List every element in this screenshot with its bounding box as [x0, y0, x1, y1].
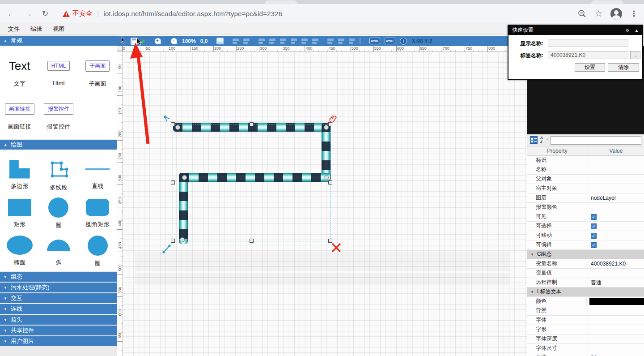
run-arrow-icon[interactable] [142, 39, 145, 43]
clear-button[interactable]: 清除 [608, 63, 639, 72]
pipe-vertex-handle[interactable] [175, 125, 180, 130]
dock-icon[interactable] [625, 28, 630, 33]
checkbox-可编辑[interactable]: ✓ [591, 242, 597, 248]
property-row-远程控制[interactable]: 远程控制普通 [527, 278, 644, 287]
tag-name-input[interactable] [548, 51, 628, 59]
section-header-箭头[interactable]: ▼箭头 [0, 315, 117, 325]
section-header-常规[interactable]: ▲常规 [0, 36, 117, 46]
checkbox-可移动[interactable]: ✓ [591, 233, 597, 239]
menu-item-1[interactable]: 文件 [8, 25, 20, 33]
quick-settings-titlebar[interactable]: 快速设置 ▲ [508, 26, 642, 35]
display-name-input[interactable] [548, 39, 628, 47]
property-label: 颜色 [527, 297, 587, 306]
browser-tab[interactable] [591, 0, 623, 4]
sidebar-item-报警控件[interactable]: 报警控件报警控件 [39, 91, 78, 134]
sidebar-item-子画面[interactable]: 子画面子画面 [78, 48, 117, 91]
bookmark-star-icon[interactable]: ☆ [595, 9, 602, 19]
property-group-L标签文本[interactable]: ▼L标签文本 [527, 287, 644, 297]
pipe-vertex-handle[interactable] [180, 237, 185, 242]
menu-item-3[interactable]: 视图 [53, 25, 64, 33]
property-row-名称[interactable]: 名称 [527, 165, 644, 175]
browser-menu-icon[interactable]: ⋮ [630, 9, 638, 18]
property-row-变量名称[interactable]: 变量名称400038921.K0 [527, 259, 644, 269]
sidebar-item-多边形[interactable]: 多边形 [0, 152, 39, 190]
sort-az-icon[interactable]: AZ↓ [540, 136, 548, 144]
section-label: 交互 [11, 294, 22, 302]
selection-handle[interactable] [171, 180, 175, 184]
sidebar-item-圆角矩形[interactable]: 圆角矩形 [78, 190, 117, 228]
pipe-vertex-handle[interactable] [324, 175, 329, 180]
property-row-标识[interactable]: 标识 [527, 156, 644, 165]
property-row-颜色[interactable]: 颜色 [527, 297, 644, 306]
section-header-污水处理(静态)[interactable]: ▼污水处理(静态) [0, 283, 117, 292]
browser-tab[interactable] [265, 0, 297, 4]
section-header-连线[interactable]: ▼连线 [0, 304, 117, 314]
forward-icon[interactable]: → [22, 9, 34, 19]
property-row-可编辑[interactable]: 可编辑✓ [527, 240, 644, 250]
design-canvas[interactable] [123, 52, 527, 356]
sidebar-item-圆[interactable]: 圆 [78, 228, 117, 266]
categorized-view-icon[interactable] [530, 136, 538, 144]
checkbox-可选择[interactable]: ✓ [591, 223, 597, 229]
info-icon[interactable]: i [400, 38, 407, 45]
property-row-宿主对象[interactable]: 宿主对象 [527, 184, 644, 193]
section-header-交互[interactable]: ▼交互 [0, 293, 117, 303]
property-row-可选择[interactable]: 可选择✓ [527, 222, 644, 231]
property-row-字体[interactable]: 字体 [527, 316, 644, 325]
sidebar-item-多线段[interactable]: 多线段 [39, 152, 78, 190]
sidebar-item-画面链接[interactable]: 画面链接画面链接 [0, 91, 39, 134]
property-row-字体尺寸[interactable]: 字体尺寸 [527, 344, 644, 353]
selection-handle[interactable] [328, 180, 332, 184]
selection-handle[interactable] [250, 122, 254, 126]
set-button[interactable]: 设置 [575, 63, 605, 72]
back-icon[interactable]: ← [5, 9, 17, 19]
property-row-报警颜色[interactable]: 报警颜色 [527, 203, 644, 212]
sidebar-item-文字[interactable]: Text文字 [0, 48, 39, 91]
property-group-C组态[interactable]: ▼C组态 [527, 250, 644, 259]
property-row-父对象[interactable]: 父对象 [527, 175, 644, 184]
item-preview [86, 197, 109, 217]
color-swatch[interactable] [589, 298, 644, 305]
property-filter-field[interactable] [551, 136, 641, 145]
canvas-icon[interactable] [216, 38, 224, 44]
property-row-可见[interactable]: 可见✓ [527, 212, 644, 222]
selection-handle[interactable] [250, 239, 254, 243]
section-header-组态[interactable]: ▼组态 [0, 272, 117, 282]
property-row-字形[interactable]: 字形 [527, 325, 644, 335]
property-label: 字体 [527, 316, 588, 325]
selection-handle[interactable] [328, 239, 332, 243]
profile-avatar[interactable] [610, 8, 622, 20]
refresh-icon[interactable]: ↻ [39, 9, 51, 18]
property-row-图层[interactable]: 图层nodeLayer [527, 193, 644, 203]
page-zoom-icon[interactable] [578, 9, 587, 18]
sidebar-item-弧[interactable]: 弧 [39, 228, 78, 266]
selection-handle[interactable] [171, 122, 175, 126]
sidebar-item-椭圆[interactable]: 椭圆 [0, 228, 39, 266]
selection-handle[interactable] [171, 239, 175, 243]
ruler-label: 400 [305, 46, 312, 51]
sidebar-item-直线[interactable]: 直线 [78, 152, 117, 190]
address-bar[interactable]: 不安全 | iot.idosp.net/html/scada/editor.as… [63, 9, 578, 18]
property-row-背景[interactable]: 背景 [527, 306, 644, 316]
property-row-字体深度[interactable]: 字体深度 [527, 335, 644, 344]
sidebar-item-圆[interactable]: 圆 [39, 190, 78, 228]
pipe-vertex-handle[interactable] [182, 175, 187, 180]
sidebar-item-Html[interactable]: HTMLHtml [39, 48, 78, 91]
section-header-绘图[interactable]: ▲绘图 [0, 140, 117, 150]
checkbox-可见[interactable]: ✓ [591, 214, 597, 220]
property-row-变量值[interactable]: 变量值 [527, 269, 644, 278]
zoom-in-icon[interactable]: + [154, 38, 161, 45]
collapse-icon[interactable]: ▲ [635, 28, 639, 33]
save-icon[interactable] [131, 38, 138, 45]
property-row-可移动[interactable]: 可移动✓ [527, 231, 644, 240]
html-source-button[interactable]: HTML [369, 38, 380, 44]
property-row-位置[interactable]: 位置31 [527, 353, 644, 356]
zoom-out-icon[interactable]: − [170, 38, 178, 45]
menu-item-2[interactable]: 编辑 [30, 25, 42, 33]
selection-handle[interactable] [328, 122, 332, 126]
section-header-用户图片[interactable]: ▼用户图片 [0, 336, 117, 346]
sidebar-item-矩形[interactable]: 矩形 [0, 190, 39, 228]
browse-tag-button[interactable]: ... [630, 51, 640, 59]
html-export-button[interactable]: HTML [385, 38, 395, 44]
section-header-共享控件[interactable]: ▼共享控件 [0, 326, 117, 335]
